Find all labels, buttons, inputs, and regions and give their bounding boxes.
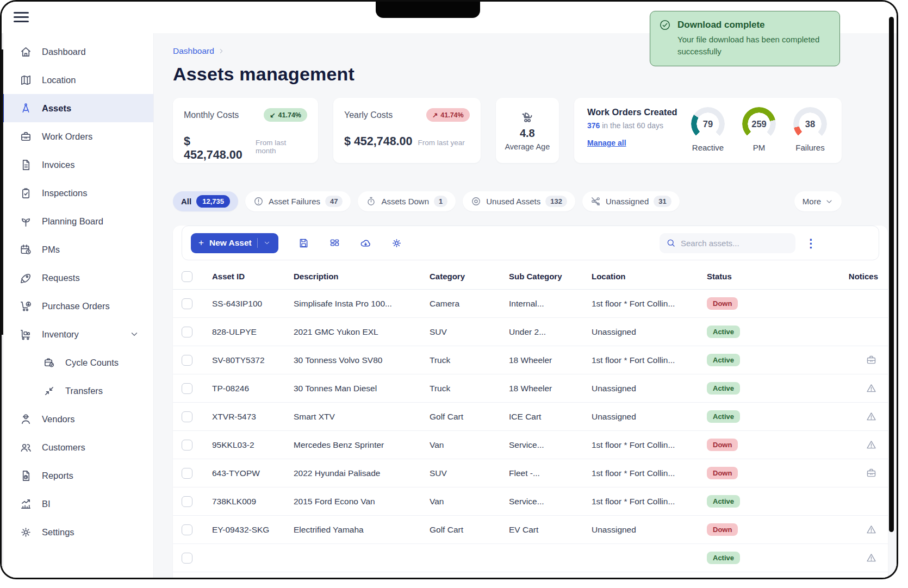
row-checkbox[interactable]	[182, 411, 192, 422]
sidebar-item-cycle-counts[interactable]: Cycle Counts	[2, 348, 153, 377]
sidebar-item-inspections[interactable]: Inspections	[2, 179, 153, 207]
cloud-download-icon[interactable]	[360, 237, 371, 249]
cell-category: Van	[430, 440, 509, 450]
sidebar-item-pms[interactable]: PMs	[2, 235, 153, 264]
breadcrumb-dashboard-link[interactable]: Dashboard	[173, 46, 214, 56]
row-checkbox[interactable]	[182, 355, 192, 366]
cell-sub-category: Fleet -...	[509, 468, 592, 478]
cell-status: Active	[707, 382, 795, 395]
sidebar-item-vendors[interactable]: Vendors	[2, 405, 153, 433]
search-input[interactable]	[681, 239, 789, 248]
sidebar-item-transfers[interactable]: Transfers	[2, 377, 153, 405]
table-row[interactable]: 738KLK0092015 Ford Econo VanVanService..…	[173, 487, 888, 516]
sidebar-item-label: Vendors	[42, 414, 75, 424]
monthly-costs-label: Monthly Costs	[184, 110, 239, 120]
column-header-sub-category: Sub Category	[509, 272, 592, 281]
cell-location: 1st floor * Fort Collin...	[592, 497, 707, 506]
gear-icon[interactable]	[391, 237, 402, 249]
box-check-icon	[43, 356, 55, 369]
window-scrollbar-thumb[interactable]	[889, 17, 894, 532]
row-checkbox[interactable]	[182, 553, 192, 564]
sidebar-item-planning-board[interactable]: Planning Board	[2, 207, 153, 235]
sidebar-item-requests[interactable]: Requests	[2, 264, 153, 292]
trend-down-arrow-icon: ↙	[270, 111, 275, 119]
cell-location: Unassigned	[592, 384, 707, 393]
cell-asset-id: 95KKL03-2	[212, 440, 294, 450]
sidebar-item-bi[interactable]: BI	[2, 490, 153, 518]
cell-category: Golf Cart	[430, 412, 509, 422]
manage-all-link[interactable]: Manage all	[587, 139, 626, 147]
cell-notices	[866, 439, 879, 451]
hamburger-menu-icon[interactable]	[14, 12, 29, 23]
cell-status: Active	[707, 495, 795, 508]
cell-category: Truck	[430, 384, 509, 393]
table-row[interactable]: XTVR-5473Smart XTVGolf CartICE CartUnass…	[173, 403, 888, 431]
sidebar-scrollbar-thumb[interactable]	[2, 49, 3, 335]
row-checkbox[interactable]	[182, 440, 192, 451]
monthly-costs-caption: From last month	[256, 139, 307, 155]
table-row[interactable]: SS-643IP100Simplisafe Insta Pro 100...Ca…	[173, 290, 888, 318]
average-age-card: 4.8 Average Age	[496, 98, 559, 163]
sidebar-item-label: Planning Board	[42, 216, 103, 227]
filter-tab-all[interactable]: All12,735	[173, 191, 238, 211]
sidebar-item-settings[interactable]: Settings	[2, 518, 153, 546]
board-view-icon[interactable]	[329, 237, 340, 249]
cell-category: SUV	[430, 327, 509, 337]
sidebar-item-label: Location	[42, 75, 76, 85]
table-row[interactable]: Active	[173, 544, 888, 572]
search-icon	[666, 238, 676, 248]
rocket-icon	[20, 272, 32, 284]
sidebar-item-location[interactable]: Location	[2, 66, 153, 94]
sidebar-item-assets[interactable]: Assets	[2, 94, 153, 122]
row-checkbox[interactable]	[182, 468, 192, 479]
more-filters-button[interactable]: More	[794, 191, 842, 211]
cell-notices	[866, 354, 879, 366]
cell-location: 1st floor * Fort Collin...	[592, 299, 707, 309]
sidebar-item-purchase-orders[interactable]: Purchase Orders	[2, 292, 153, 320]
select-all-checkbox[interactable]	[182, 271, 192, 282]
search-box[interactable]	[660, 233, 795, 253]
file-text-icon	[20, 159, 32, 171]
table-row[interactable]: TP-0824630 Tonnes Man DieselTruck18 Whee…	[173, 374, 888, 403]
table-row[interactable]: SV-80TY537230 Tonness Volvo SV80Truck18 …	[173, 346, 888, 374]
sidebar-item-reports[interactable]: Reports	[2, 461, 153, 490]
row-checkbox[interactable]	[182, 496, 192, 507]
kebab-menu-icon[interactable]: ⋮	[803, 236, 819, 250]
status-badge: Down	[707, 297, 738, 310]
filter-tab-count: 31	[654, 196, 671, 207]
cell-status: Down	[707, 297, 795, 310]
row-checkbox[interactable]	[182, 298, 192, 309]
table-row[interactable]: 95KKL03-2Mercedes Benz SprinterVanServic…	[173, 431, 888, 459]
status-badge: Active	[707, 326, 740, 338]
new-asset-button[interactable]: + New Asset	[191, 233, 278, 253]
cell-description: 2022 Hyundai Palisade	[294, 468, 430, 478]
window-notch	[376, 2, 480, 18]
sidebar-item-customers[interactable]: Customers	[2, 433, 153, 461]
status-badge: Active	[707, 354, 740, 366]
sidebar-item-invoices[interactable]: Invoices	[2, 151, 153, 179]
toast-notification[interactable]: Download complete Your file download has…	[650, 11, 840, 66]
filter-tab-asset-failures[interactable]: Asset Failures47	[245, 191, 351, 211]
row-checkbox[interactable]	[182, 383, 192, 394]
filter-tab-unassigned[interactable]: Unassigned31	[582, 191, 680, 211]
cell-category: Golf Cart	[430, 525, 509, 535]
filter-tab-unused-assets[interactable]: Unused Assets132	[463, 191, 575, 211]
table-header: Asset IDDescriptionCategorySub CategoryL…	[173, 264, 888, 290]
cell-notices	[866, 524, 879, 535]
row-checkbox[interactable]	[182, 327, 192, 337]
cell-location: Unassigned	[592, 327, 707, 337]
table-row[interactable]: EY-09432-SKGElectrified YamahaGolf CartE…	[173, 516, 888, 544]
sidebar-item-label: Invoices	[42, 160, 75, 170]
cell-location: Unassigned	[592, 412, 707, 422]
sidebar-item-label: Inventory	[42, 329, 79, 340]
save-icon[interactable]	[298, 237, 309, 249]
sidebar-item-inventory[interactable]: Inventory	[2, 320, 153, 348]
sidebar-item-dashboard[interactable]: Dashboard	[2, 37, 153, 66]
gauge-label: PM	[737, 143, 781, 152]
table-row[interactable]: 643-TYOPW2022 Hyundai PalisadeSUVFleet -…	[173, 459, 888, 487]
row-checkbox[interactable]	[182, 524, 192, 535]
table-row[interactable]: 828-ULPYE2021 GMC Yukon EXLSUVUnder 2...…	[173, 318, 888, 346]
cell-sub-category: Internal...	[509, 299, 592, 309]
sidebar-item-work-orders[interactable]: Work Orders	[2, 122, 153, 151]
filter-tab-assets-down[interactable]: Assets Down1	[358, 191, 456, 211]
